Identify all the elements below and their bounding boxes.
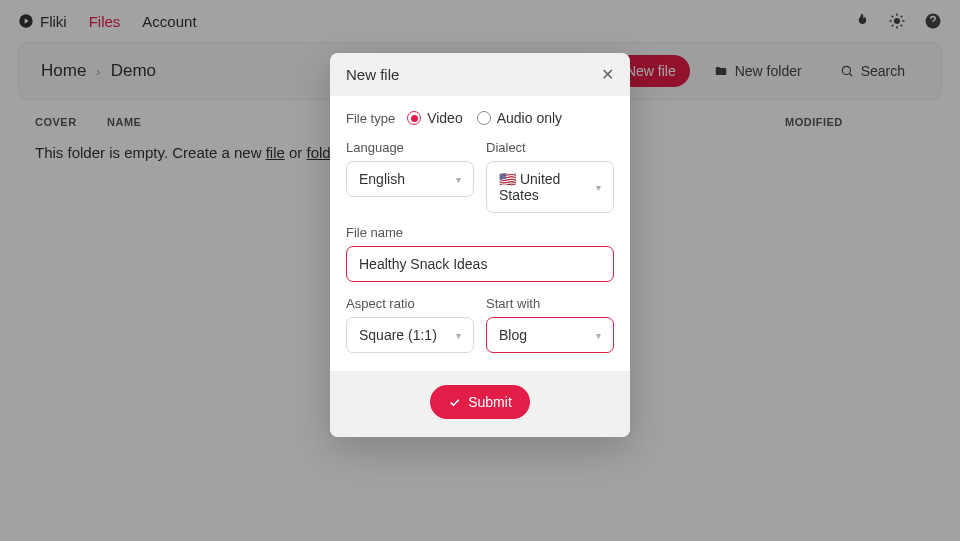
aspect-ratio-label: Aspect ratio xyxy=(346,296,474,311)
close-icon[interactable]: ✕ xyxy=(601,67,614,83)
chevron-down-icon: ▾ xyxy=(456,330,461,341)
modal-header: New file ✕ xyxy=(330,53,630,96)
file-type-field: File type Video Audio only xyxy=(346,110,614,126)
aspect-ratio-select[interactable]: Square (1:1) ▾ xyxy=(346,317,474,353)
modal-body: File type Video Audio only Language xyxy=(330,96,630,371)
language-field: Language English ▾ xyxy=(346,140,474,213)
start-with-label: Start with xyxy=(486,296,614,311)
new-file-modal: New file ✕ File type Video Audio only xyxy=(330,53,630,437)
chevron-down-icon: ▾ xyxy=(456,174,461,185)
language-label: Language xyxy=(346,140,474,155)
audio-radio[interactable]: Audio only xyxy=(477,110,562,126)
file-name-input[interactable] xyxy=(346,246,614,282)
dialect-field: Dialect 🇺🇸 United States ▾ xyxy=(486,140,614,213)
file-type-label: File type xyxy=(346,111,395,126)
radio-unchecked-icon xyxy=(477,111,491,125)
submit-button[interactable]: Submit xyxy=(430,385,530,419)
chevron-down-icon: ▾ xyxy=(596,182,601,193)
file-name-field: File name xyxy=(346,225,614,282)
file-type-radios: Video Audio only xyxy=(407,110,562,126)
modal-title: New file xyxy=(346,66,399,83)
language-select[interactable]: English ▾ xyxy=(346,161,474,197)
start-with-select[interactable]: Blog ▾ xyxy=(486,317,614,353)
chevron-down-icon: ▾ xyxy=(596,330,601,341)
file-name-label: File name xyxy=(346,225,614,240)
video-radio[interactable]: Video xyxy=(407,110,463,126)
dialect-label: Dialect xyxy=(486,140,614,155)
aspect-ratio-field: Aspect ratio Square (1:1) ▾ xyxy=(346,296,474,353)
radio-checked-icon xyxy=(407,111,421,125)
modal-footer: Submit xyxy=(330,371,630,437)
modal-overlay: New file ✕ File type Video Audio only xyxy=(0,0,960,541)
check-icon xyxy=(448,396,461,409)
start-with-field: Start with Blog ▾ xyxy=(486,296,614,353)
dialect-select[interactable]: 🇺🇸 United States ▾ xyxy=(486,161,614,213)
